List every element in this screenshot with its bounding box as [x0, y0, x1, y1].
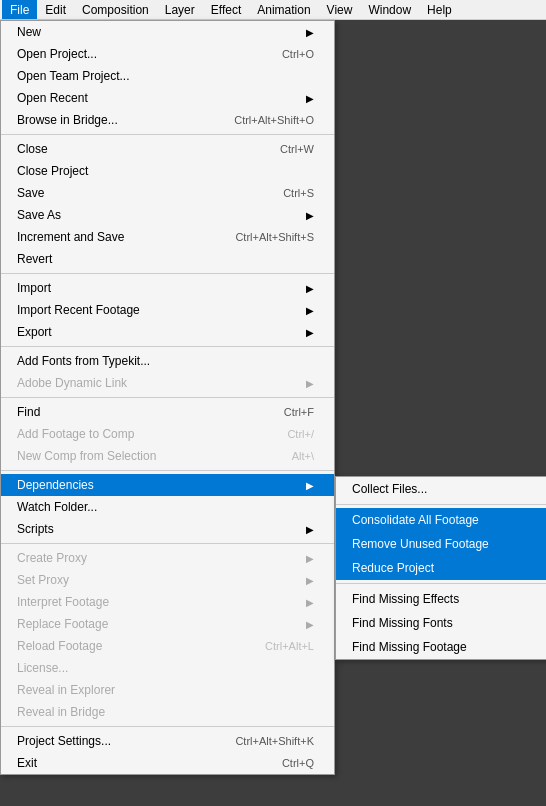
menu-item-project-settings-label: Project Settings... — [17, 734, 205, 748]
menu-item-import[interactable]: Import ▶ — [1, 277, 334, 299]
menu-item-open-project[interactable]: Open Project... Ctrl+O — [1, 43, 334, 65]
menu-item-revert-label: Revert — [17, 252, 314, 266]
menu-item-save-as[interactable]: Save As ▶ — [1, 204, 334, 226]
menubar-animation[interactable]: Animation — [249, 0, 318, 19]
menu-item-project-settings[interactable]: Project Settings... Ctrl+Alt+Shift+K — [1, 730, 334, 752]
menu-item-replace-footage-arrow: ▶ — [306, 619, 314, 630]
menu-item-save-label: Save — [17, 186, 253, 200]
menu-item-reload-footage[interactable]: Reload Footage Ctrl+Alt+L — [1, 635, 334, 657]
menu-item-project-settings-shortcut: Ctrl+Alt+Shift+K — [235, 735, 314, 747]
submenu-reduce-project[interactable]: Reduce Project — [336, 556, 546, 580]
menubar-effect[interactable]: Effect — [203, 0, 249, 19]
menu-item-export-arrow: ▶ — [306, 327, 314, 338]
menu-item-exit[interactable]: Exit Ctrl+Q — [1, 752, 334, 774]
separator-5 — [1, 470, 334, 471]
menu-item-open-project-shortcut: Ctrl+O — [282, 48, 314, 60]
menu-item-interpret-footage[interactable]: Interpret Footage ▶ — [1, 591, 334, 613]
submenu-find-missing-fonts-label: Find Missing Fonts — [352, 616, 453, 630]
menubar-edit[interactable]: Edit — [37, 0, 74, 19]
submenu-consolidate-footage[interactable]: Consolidate All Footage — [336, 508, 546, 532]
menu-item-new-arrow: ▶ — [306, 27, 314, 38]
menubar: File Edit Composition Layer Effect Anima… — [0, 0, 546, 20]
menu-item-revert[interactable]: Revert — [1, 248, 334, 270]
menu-item-import-label: Import — [17, 281, 296, 295]
menu-item-set-proxy[interactable]: Set Proxy ▶ — [1, 569, 334, 591]
menu-item-set-proxy-arrow: ▶ — [306, 575, 314, 586]
separator-2 — [1, 273, 334, 274]
submenu-find-missing-effects-label: Find Missing Effects — [352, 592, 459, 606]
separator-4 — [1, 397, 334, 398]
menu-item-close-shortcut: Ctrl+W — [280, 143, 314, 155]
menu-item-interpret-footage-arrow: ▶ — [306, 597, 314, 608]
submenu-find-missing-footage[interactable]: Find Missing Footage — [336, 635, 546, 659]
menu-item-export-label: Export — [17, 325, 296, 339]
menu-item-open-recent-arrow: ▶ — [306, 93, 314, 104]
menu-item-replace-footage[interactable]: Replace Footage ▶ — [1, 613, 334, 635]
menu-item-scripts[interactable]: Scripts ▶ — [1, 518, 334, 540]
menubar-window[interactable]: Window — [360, 0, 419, 19]
menu-item-adobe-dynamic[interactable]: Adobe Dynamic Link ▶ — [1, 372, 334, 394]
menu-item-watch-folder[interactable]: Watch Folder... — [1, 496, 334, 518]
menu-item-scripts-label: Scripts — [17, 522, 296, 536]
menu-item-close[interactable]: Close Ctrl+W — [1, 138, 334, 160]
menu-item-add-footage-comp[interactable]: Add Footage to Comp Ctrl+/ — [1, 423, 334, 445]
menu-item-find-label: Find — [17, 405, 254, 419]
submenu-find-missing-effects[interactable]: Find Missing Effects — [336, 587, 546, 611]
menu-item-import-recent-arrow: ▶ — [306, 305, 314, 316]
menu-item-create-proxy[interactable]: Create Proxy ▶ — [1, 547, 334, 569]
menu-item-license-label: License... — [17, 661, 314, 675]
menu-item-import-recent-label: Import Recent Footage — [17, 303, 296, 317]
menu-item-browse-bridge[interactable]: Browse in Bridge... Ctrl+Alt+Shift+O — [1, 109, 334, 131]
submenu-collect-files-label: Collect Files... — [352, 482, 427, 496]
menu-item-export[interactable]: Export ▶ — [1, 321, 334, 343]
separator-7 — [1, 726, 334, 727]
menu-item-interpret-footage-label: Interpret Footage — [17, 595, 296, 609]
menu-item-save[interactable]: Save Ctrl+S — [1, 182, 334, 204]
menu-item-add-footage-comp-shortcut: Ctrl+/ — [287, 428, 314, 440]
menu-item-open-team[interactable]: Open Team Project... — [1, 65, 334, 87]
menu-item-increment-save[interactable]: Increment and Save Ctrl+Alt+Shift+S — [1, 226, 334, 248]
menu-item-reveal-explorer[interactable]: Reveal in Explorer — [1, 679, 334, 701]
menu-item-adobe-dynamic-label: Adobe Dynamic Link — [17, 376, 296, 390]
menu-item-new[interactable]: New ▶ — [1, 21, 334, 43]
submenu-consolidate-footage-label: Consolidate All Footage — [352, 513, 479, 527]
menu-item-browse-bridge-shortcut: Ctrl+Alt+Shift+O — [234, 114, 314, 126]
menu-item-new-comp-selection-label: New Comp from Selection — [17, 449, 262, 463]
menu-item-open-recent[interactable]: Open Recent ▶ — [1, 87, 334, 109]
menu-item-save-as-label: Save As — [17, 208, 296, 222]
menubar-help[interactable]: Help — [419, 0, 460, 19]
submenu-remove-unused-label: Remove Unused Footage — [352, 537, 489, 551]
menu-item-dependencies-arrow: ▶ — [306, 480, 314, 491]
menu-item-create-proxy-arrow: ▶ — [306, 553, 314, 564]
menu-item-reveal-bridge[interactable]: Reveal in Bridge — [1, 701, 334, 723]
menu-item-license[interactable]: License... — [1, 657, 334, 679]
submenu-collect-files[interactable]: Collect Files... — [336, 477, 546, 501]
menubar-layer[interactable]: Layer — [157, 0, 203, 19]
menubar-file[interactable]: File — [2, 0, 37, 19]
menu-item-find[interactable]: Find Ctrl+F — [1, 401, 334, 423]
menu-item-add-fonts[interactable]: Add Fonts from Typekit... — [1, 350, 334, 372]
menu-item-add-footage-comp-label: Add Footage to Comp — [17, 427, 257, 441]
menu-item-new-comp-selection[interactable]: New Comp from Selection Alt+\ — [1, 445, 334, 467]
menubar-view[interactable]: View — [319, 0, 361, 19]
separator-1 — [1, 134, 334, 135]
sub-separator-2 — [336, 583, 546, 584]
menu-item-dependencies[interactable]: Dependencies ▶ — [1, 474, 334, 496]
menu-item-close-project[interactable]: Close Project — [1, 160, 334, 182]
menu-item-new-comp-selection-shortcut: Alt+\ — [292, 450, 314, 462]
menu-item-replace-footage-label: Replace Footage — [17, 617, 296, 631]
menu-item-open-team-label: Open Team Project... — [17, 69, 314, 83]
menu-item-close-label: Close — [17, 142, 250, 156]
submenu-find-missing-fonts[interactable]: Find Missing Fonts — [336, 611, 546, 635]
menu-item-import-recent[interactable]: Import Recent Footage ▶ — [1, 299, 334, 321]
menu-item-new-label: New — [17, 25, 296, 39]
menu-item-set-proxy-label: Set Proxy — [17, 573, 296, 587]
file-menu: New ▶ Open Project... Ctrl+O Open Team P… — [0, 20, 335, 775]
menu-item-reveal-bridge-label: Reveal in Bridge — [17, 705, 314, 719]
dependencies-submenu: Collect Files... Consolidate All Footage… — [335, 476, 546, 660]
menu-item-open-recent-label: Open Recent — [17, 91, 296, 105]
submenu-remove-unused[interactable]: Remove Unused Footage — [336, 532, 546, 556]
menu-item-save-shortcut: Ctrl+S — [283, 187, 314, 199]
separator-3 — [1, 346, 334, 347]
menubar-composition[interactable]: Composition — [74, 0, 157, 19]
